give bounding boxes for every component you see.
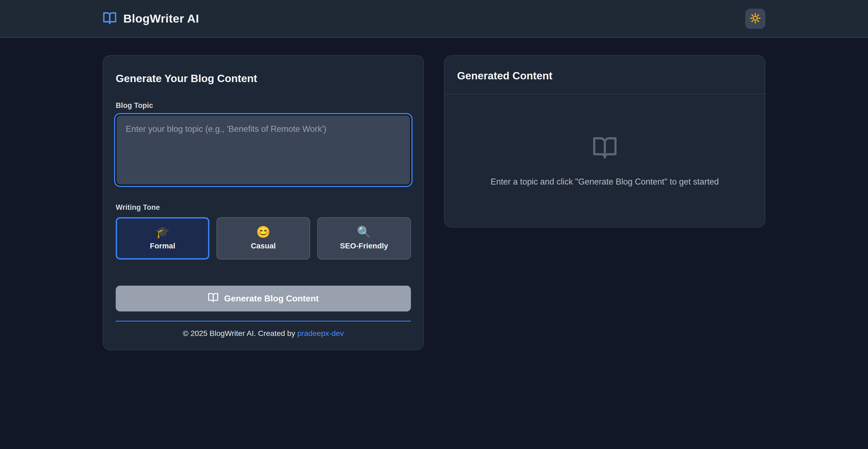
brand: BlogWriter AI: [103, 11, 199, 26]
empty-state-text: Enter a topic and click "Generate Blog C…: [491, 177, 719, 187]
footer-text: © 2025 BlogWriter AI. Created by pradeep…: [116, 329, 411, 338]
magnifier-icon: 🔍: [357, 227, 371, 238]
author-link[interactable]: pradeepx-dev: [298, 329, 344, 337]
open-book-icon: [208, 292, 219, 305]
graduation-cap-icon: 🎓: [155, 227, 169, 238]
blog-topic-input[interactable]: [116, 115, 411, 185]
blog-topic-label: Blog Topic: [116, 101, 411, 110]
tone-selector: 🎓 Formal 😊 Casual 🔍 SEO-Friendly: [116, 217, 411, 260]
writing-tone-label: Writing Tone: [116, 203, 411, 212]
open-book-icon: [592, 135, 618, 162]
app-title: BlogWriter AI: [123, 12, 199, 25]
main-content: Generate Your Blog Content Blog Topic Wr…: [103, 55, 765, 350]
generated-content-title: Generated Content: [457, 70, 752, 82]
tone-button-seo-friendly[interactable]: 🔍 SEO-Friendly: [317, 217, 411, 260]
empty-state: Enter a topic and click "Generate Blog C…: [444, 94, 765, 227]
smiley-icon: 😊: [256, 227, 270, 238]
generate-blog-content-button[interactable]: Generate Blog Content: [116, 286, 411, 311]
open-book-icon: [103, 11, 117, 26]
theme-toggle-button[interactable]: [745, 9, 765, 29]
app-header: BlogWriter AI: [0, 0, 868, 38]
generated-content-card: Generated Content Enter a topic and clic…: [444, 55, 765, 228]
generator-card: Generate Your Blog Content Blog Topic Wr…: [103, 55, 424, 350]
tone-button-formal[interactable]: 🎓 Formal: [116, 217, 209, 260]
tone-button-casual[interactable]: 😊 Casual: [216, 217, 310, 260]
footer-divider: [116, 321, 411, 322]
sun-icon: [750, 12, 761, 25]
generator-title: Generate Your Blog Content: [116, 72, 411, 85]
